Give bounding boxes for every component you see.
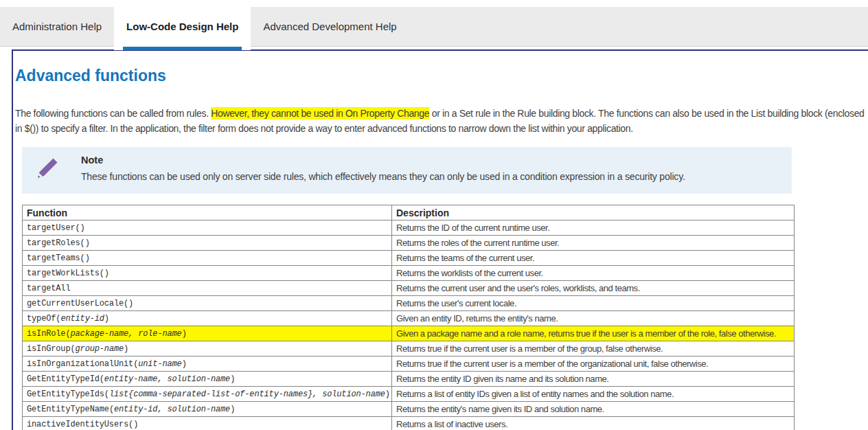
intro-paragraph: The following functions can be called fr… — [15, 106, 865, 136]
pencil-icon — [34, 153, 64, 185]
table-row: GetEntityTypeIds(list{comma-separated-li… — [23, 387, 795, 402]
note-body: These functions can be used only on serv… — [81, 171, 685, 182]
table-row: isInGroup(group-name)Returns true if the… — [23, 341, 795, 357]
description-cell: Returns the user's current locale. — [392, 296, 795, 311]
tab-administration-help[interactable]: Administration Help — [0, 7, 114, 46]
note-content: Note These functions can be used only on… — [81, 153, 685, 185]
function-cell: targetAll — [23, 281, 392, 296]
function-cell: GetEntityTypeIds(list{comma-separated-li… — [23, 387, 392, 402]
table-row: targetAllReturns the current user and th… — [23, 281, 795, 296]
table-row: inactiveIdentityUsers()Returns a list of… — [23, 417, 795, 430]
function-cell: GetEntityTypeName(entity-id, solution-na… — [23, 402, 392, 417]
description-cell: Returns true if the current user is a me… — [392, 357, 795, 372]
function-cell: typeOf(entity-id) — [23, 311, 392, 326]
function-cell: getCurrentUserLocale() — [23, 296, 392, 311]
table-row: targetRoles()Returns the roles of the cu… — [23, 236, 795, 251]
description-cell: Returns a list of inactive users. — [392, 417, 795, 430]
description-cell: Returns the worklists of the current use… — [392, 266, 795, 281]
table-row: typeOf(entity-id)Given an entity ID, ret… — [23, 311, 795, 326]
description-cell: Returns the teams of the current user. — [392, 251, 795, 266]
table-row: isInRole(package-name, role-name)Given a… — [23, 326, 795, 341]
intro-text-before: The following functions can be called fr… — [15, 108, 211, 119]
function-cell: targetTeams() — [23, 251, 392, 266]
function-cell: inactiveIdentityUsers() — [23, 417, 392, 430]
table-header-row: Function Description — [23, 205, 795, 220]
content-panel: Advanced functions The following functio… — [12, 49, 868, 430]
function-cell: targetRoles() — [23, 236, 392, 251]
description-cell: Returns the ID of the current runtime us… — [392, 220, 795, 236]
note-title: Note — [81, 155, 685, 166]
table-row: targetTeams()Returns the teams of the cu… — [23, 251, 795, 266]
function-cell: targetUser() — [23, 220, 392, 236]
description-cell: Returns the entity ID given its name and… — [392, 372, 795, 387]
table-row: isInOrganizationalUnit(unit-name)Returns… — [23, 357, 795, 372]
description-cell: Returns true if the current user is a me… — [392, 341, 795, 357]
column-header-description: Description — [392, 205, 795, 220]
table-row: getCurrentUserLocale()Returns the user's… — [23, 296, 795, 311]
tab-advanced-development-help[interactable]: Advanced Development Help — [251, 7, 409, 46]
description-cell: Given a package name and a role name, re… — [392, 326, 795, 341]
function-cell: isInRole(package-name, role-name) — [23, 326, 392, 341]
function-cell: isInOrganizationalUnit(unit-name) — [23, 357, 392, 372]
table-row: GetEntityTypeName(entity-id, solution-na… — [23, 402, 795, 417]
description-cell: Given an entity ID, returns the entity's… — [392, 311, 795, 326]
function-cell: targetWorkLists() — [23, 266, 392, 281]
description-cell: Returns a list of entity IDs given a lis… — [392, 387, 795, 402]
description-cell: Returns the current user and the user's … — [392, 281, 795, 296]
note-box: Note These functions can be used only on… — [22, 147, 792, 194]
column-header-function: Function — [23, 205, 392, 220]
table-row: targetUser()Returns the ID of the curren… — [23, 220, 795, 236]
tab-low-code-design-help[interactable]: Low-Code Design Help — [114, 7, 251, 50]
function-cell: isInGroup(group-name) — [23, 341, 392, 357]
table-body: targetUser()Returns the ID of the curren… — [23, 220, 795, 430]
table-row: targetWorkLists()Returns the worklists o… — [23, 266, 795, 281]
table-row: GetEntityTypeId(entity-name, solution-na… — [23, 372, 795, 387]
functions-table: Function Description targetUser()Returns… — [22, 205, 795, 430]
function-cell: GetEntityTypeId(entity-name, solution-na… — [23, 372, 392, 387]
page-title: Advanced functions — [15, 66, 868, 85]
help-tab-bar: Administration Help Low-Code Design Help… — [0, 7, 868, 47]
description-cell: Returns the entity's name given its ID a… — [392, 402, 795, 417]
highlighted-text: However, they cannot be used in On Prope… — [211, 107, 429, 120]
description-cell: Returns the roles of the current runtime… — [392, 236, 795, 251]
